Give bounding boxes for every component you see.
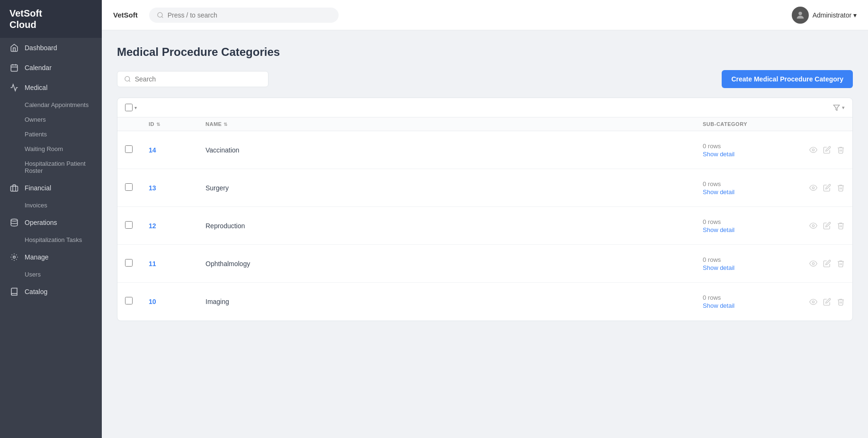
- sidebar-item-patients[interactable]: Patients: [0, 127, 102, 142]
- svg-point-9: [798, 11, 802, 15]
- create-category-button[interactable]: Create Medical Procedure Category: [722, 70, 853, 88]
- search-icon: [157, 11, 164, 19]
- sidebar-item-invoices[interactable]: Invoices: [0, 198, 102, 213]
- view-icon-11[interactable]: [809, 259, 817, 268]
- col-header-id[interactable]: ID ⇅: [149, 121, 206, 127]
- id-sort-icon[interactable]: ⇅: [156, 122, 161, 127]
- financial-icon: [9, 183, 19, 193]
- show-detail-link-12[interactable]: Show detail: [703, 226, 788, 233]
- name-sort-icon[interactable]: ⇅: [224, 122, 228, 127]
- svg-point-17: [812, 301, 814, 303]
- row-id-12[interactable]: 12: [149, 222, 206, 230]
- row-id-13[interactable]: 13: [149, 184, 206, 192]
- rows-count-10: 0 rows: [703, 294, 788, 301]
- sidebar-label-manage: Manage: [25, 253, 49, 261]
- view-icon-12[interactable]: [809, 222, 817, 230]
- sidebar-item-catalog[interactable]: Catalog: [0, 282, 102, 302]
- edit-icon-13[interactable]: [823, 184, 831, 192]
- col-header-name[interactable]: NAME ⇅: [206, 121, 703, 127]
- sidebar-item-manage[interactable]: Manage: [0, 247, 102, 267]
- sub-category-cell-14: 0 rows Show detail: [703, 143, 788, 158]
- row-checkbox-11[interactable]: [125, 259, 149, 268]
- sidebar-item-operations[interactable]: Operations: [0, 213, 102, 232]
- delete-icon-10[interactable]: [837, 298, 845, 306]
- delete-icon-12[interactable]: [837, 222, 845, 230]
- sub-category-cell-10: 0 rows Show detail: [703, 294, 788, 309]
- select-dropdown-chevron[interactable]: ▾: [134, 105, 137, 110]
- medical-icon: [9, 83, 19, 92]
- sidebar-item-hospitalization-patient-roster[interactable]: Hospitalization Patient Roster: [0, 156, 102, 178]
- table-search-input[interactable]: [135, 75, 261, 83]
- table-search-icon: [124, 75, 131, 83]
- delete-icon-11[interactable]: [837, 259, 845, 268]
- column-headers: ID ⇅ NAME ⇅ SUB-CATEGORY: [117, 117, 852, 131]
- sidebar-item-calendar[interactable]: Calendar: [0, 58, 102, 78]
- view-icon-13[interactable]: [809, 184, 817, 192]
- table-row: 12 Reproduction 0 rows Show detail: [117, 207, 852, 245]
- show-detail-link-11[interactable]: Show detail: [703, 264, 788, 271]
- row-checkbox-12[interactable]: [125, 221, 149, 231]
- table-container: ▾ ▾ ID ⇅ NAME ⇅ SUB-CATEGO: [117, 98, 853, 321]
- row-id-14[interactable]: 14: [149, 146, 206, 154]
- sidebar-sub-label-users: Users: [25, 271, 41, 278]
- edit-icon-11[interactable]: [823, 259, 831, 268]
- table-row: 10 Imaging 0 rows Show detail: [117, 283, 852, 321]
- sidebar-item-financial[interactable]: Financial: [0, 178, 102, 198]
- row-name-12: Reproduction: [206, 222, 703, 230]
- sidebar-sub-label-patients: Patients: [25, 131, 47, 138]
- delete-icon-14[interactable]: [837, 146, 845, 154]
- row-actions-12: [788, 222, 845, 230]
- filter-button[interactable]: ▾: [833, 104, 845, 111]
- row-id-10[interactable]: 10: [149, 298, 206, 305]
- sidebar-item-calendar-appointments[interactable]: Calendar Appointments: [0, 98, 102, 112]
- row-name-11: Ophthalmology: [206, 260, 703, 268]
- catalog-icon: [9, 287, 19, 296]
- sidebar-item-owners[interactable]: Owners: [0, 112, 102, 127]
- sidebar-label-medical: Medical: [25, 84, 47, 91]
- table-row: 13 Surgery 0 rows Show detail: [117, 169, 852, 207]
- col-header-actions: [788, 121, 845, 127]
- edit-icon-14[interactable]: [823, 146, 831, 154]
- sidebar-item-hospitalization-tasks[interactable]: Hospitalization Tasks: [0, 232, 102, 247]
- sidebar-sub-label-invoices: Invoices: [25, 202, 47, 209]
- row-actions-13: [788, 184, 845, 192]
- sidebar-item-dashboard[interactable]: Dashboard: [0, 38, 102, 58]
- filter-icon: [833, 104, 840, 111]
- table-search-box[interactable]: [117, 71, 268, 87]
- select-all-wrap[interactable]: ▾: [125, 104, 137, 111]
- manage-icon: [9, 252, 19, 262]
- show-detail-link-14[interactable]: Show detail: [703, 151, 788, 158]
- row-checkbox-14[interactable]: [125, 145, 149, 155]
- sidebar-item-waiting-room[interactable]: Waiting Room: [0, 142, 102, 156]
- show-detail-link-10[interactable]: Show detail: [703, 302, 788, 309]
- sidebar-sub-label-hosp-roster: Hospitalization Patient Roster: [25, 160, 86, 174]
- user-menu[interactable]: Administrator ▾: [792, 7, 857, 24]
- view-icon-10[interactable]: [809, 298, 817, 306]
- row-id-11[interactable]: 11: [149, 260, 206, 268]
- view-icon-14[interactable]: [809, 146, 817, 154]
- topbar-brand: VetSoft: [113, 11, 138, 19]
- delete-icon-13[interactable]: [837, 184, 845, 192]
- edit-icon-12[interactable]: [823, 222, 831, 230]
- row-checkbox-10[interactable]: [125, 297, 149, 306]
- svg-point-6: [13, 256, 16, 259]
- filter-chevron: ▾: [842, 105, 845, 111]
- app-logo: VetSoftCloud: [0, 0, 102, 38]
- edit-icon-10[interactable]: [823, 298, 831, 306]
- sidebar-item-users[interactable]: Users: [0, 267, 102, 282]
- show-detail-link-13[interactable]: Show detail: [703, 188, 788, 196]
- sidebar-label-dashboard: Dashboard: [25, 44, 57, 52]
- main-wrapper: VetSoft Administrator ▾ Medical Procedur…: [102, 0, 868, 438]
- row-name-14: Vaccination: [206, 146, 703, 154]
- svg-line-8: [161, 16, 163, 18]
- row-checkbox-13[interactable]: [125, 183, 149, 193]
- select-all-checkbox[interactable]: [125, 104, 133, 111]
- global-search-input[interactable]: [168, 11, 331, 19]
- global-search-box[interactable]: [149, 8, 339, 23]
- sidebar-item-medical[interactable]: Medical: [0, 78, 102, 98]
- page-content: Medical Procedure Categories Create Medi…: [102, 30, 868, 438]
- svg-line-11: [129, 80, 130, 82]
- sub-category-cell-11: 0 rows Show detail: [703, 256, 788, 271]
- sidebar-label-calendar: Calendar: [25, 64, 52, 72]
- avatar-icon: [795, 10, 805, 20]
